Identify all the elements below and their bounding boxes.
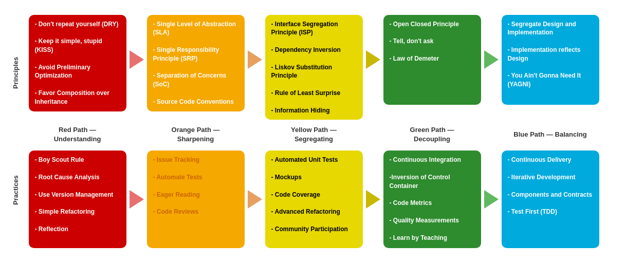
practices-blue-card: - Continuous Delivery - Iterative Develo… (502, 151, 599, 248)
col-label-red: Red Path — Understanding (29, 125, 126, 143)
principles-yellow-card: - Interface Segregation Principle (ISP) … (265, 15, 363, 120)
col-label-yellow: Yellow Path — Segregating (265, 125, 363, 143)
col-label-orange: Orange Path — Sharpening (147, 125, 245, 143)
red-col-practices: - Boy Scout Rule - Root Cause Analysis -… (29, 151, 126, 248)
practices-yellow-items: - Automated Unit Tests - Mockups - Code … (271, 156, 357, 233)
principles-label: Principles (12, 22, 20, 124)
practices-label: Practices (12, 139, 20, 241)
practices-row: - Boy Scout Rule - Root Cause Analysis -… (29, 151, 638, 248)
column-labels-row: Red Path — Understanding Orange Path — S… (29, 125, 638, 143)
principles-green-items: - Open Closed Principle - Tell, don't as… (390, 20, 475, 63)
principles-blue-card: - Segregate Design and Implementation - … (502, 15, 599, 105)
principles-blue-items: - Segregate Design and Implementation - … (508, 20, 593, 89)
principles-green-card: - Open Closed Principle - Tell, don't as… (383, 15, 481, 105)
practices-red-items: - Boy Scout Rule - Root Cause Analysis -… (35, 156, 120, 233)
arrow-icon-1 (130, 50, 144, 69)
practices-red-card: - Boy Scout Rule - Root Cause Analysis -… (29, 151, 126, 248)
arrow-icon-4 (484, 50, 499, 69)
arrow-icon-8 (484, 190, 499, 209)
arrow-icon-2 (248, 50, 262, 69)
blue-col-principles: - Segregate Design and Implementation - … (502, 15, 599, 105)
arrow-2-practices (245, 151, 265, 248)
main-diagram: Principles Practices - Don't repeat your… (6, 15, 638, 249)
arrow-4-principles (481, 15, 502, 105)
practices-orange-card: - Issue Tracking - Automate Tests - Eage… (147, 151, 245, 248)
practices-orange-items: - Issue Tracking - Automate Tests - Eage… (153, 156, 238, 216)
principles-yellow-items: - Interface Segregation Principle (ISP) … (271, 20, 357, 115)
arrow-icon-7 (366, 190, 380, 209)
arrow-3-principles (363, 15, 383, 105)
arrow-icon-5 (130, 190, 144, 209)
principles-orange-items: - Single Level of Abstraction (SLA) - Si… (153, 20, 238, 106)
arrow-4-practices (481, 151, 502, 248)
principles-row: - Don't repeat yourself (DRY) - Keep it … (29, 15, 638, 120)
green-col-practices: - Continuous Integration -Inversion of C… (383, 151, 481, 248)
arrow-2-principles (245, 15, 265, 105)
green-col-principles: - Open Closed Principle - Tell, don't as… (383, 15, 481, 105)
principles-red-card: - Don't repeat yourself (DRY) - Keep it … (29, 15, 126, 111)
content-area: - Don't repeat yourself (DRY) - Keep it … (29, 15, 638, 249)
principles-red-items: - Don't repeat yourself (DRY) - Keep it … (35, 20, 120, 106)
principles-orange-card: - Single Level of Abstraction (SLA) - Si… (147, 15, 245, 111)
yellow-col-principles: - Interface Segregation Principle (ISP) … (265, 15, 363, 120)
arrow-3-practices (363, 151, 383, 248)
blue-col-practices: - Continuous Delivery - Iterative Develo… (502, 151, 599, 248)
col-label-green: Green Path — Decoupling (383, 125, 481, 143)
practices-green-items: - Continuous Integration -Inversion of C… (390, 156, 475, 242)
arrow-icon-3 (366, 50, 380, 69)
practices-blue-items: - Continuous Delivery - Iterative Develo… (508, 156, 593, 216)
practices-yellow-card: - Automated Unit Tests - Mockups - Code … (265, 151, 363, 248)
orange-col-principles: - Single Level of Abstraction (SLA) - Si… (147, 15, 245, 111)
arrow-1-principles (126, 15, 147, 105)
yellow-col-practices: - Automated Unit Tests - Mockups - Code … (265, 151, 363, 248)
red-col-principles: - Don't repeat yourself (DRY) - Keep it … (29, 15, 126, 111)
arrow-icon-6 (248, 190, 262, 209)
row-labels: Principles Practices (6, 15, 26, 249)
practices-green-card: - Continuous Integration -Inversion of C… (383, 151, 481, 248)
arrow-1-practices (126, 151, 147, 248)
orange-col-practices: - Issue Tracking - Automate Tests - Eage… (147, 151, 245, 248)
col-label-blue: Blue Path — Balancing (502, 129, 599, 139)
